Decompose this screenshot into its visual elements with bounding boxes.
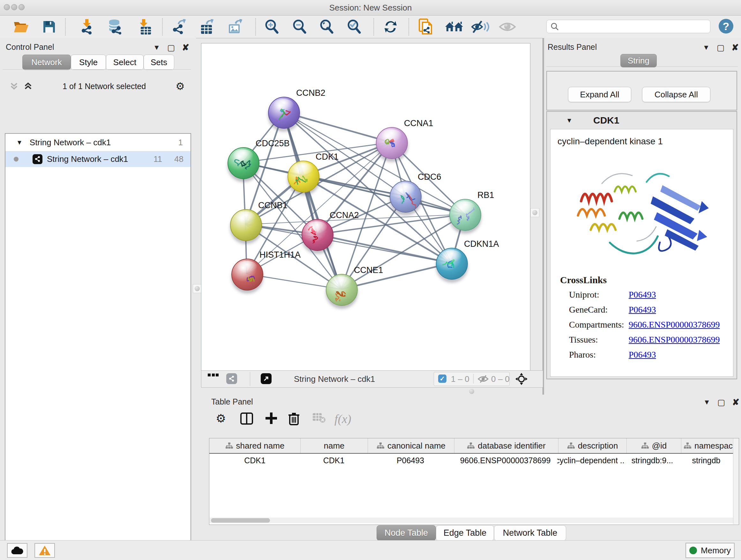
- right-splitter-handle[interactable]: [530, 208, 539, 217]
- crosslink-link[interactable]: 9606.ENSP00000378699: [629, 320, 720, 330]
- tab-style[interactable]: Style: [71, 55, 106, 70]
- first-neighbors-button[interactable]: [444, 19, 464, 35]
- cloud-status-button[interactable]: [7, 543, 27, 558]
- network-node-cdc25b[interactable]: [227, 147, 259, 179]
- save-session-button[interactable]: [41, 19, 57, 35]
- help-button[interactable]: ?: [719, 19, 733, 34]
- import-network-database-button[interactable]: [107, 19, 123, 35]
- network-node-rb1[interactable]: [449, 199, 481, 231]
- network-node-hist1h1a[interactable]: [231, 259, 263, 291]
- hide-selected-button[interactable]: [471, 19, 490, 35]
- tab-node-table[interactable]: Node Table: [377, 525, 436, 541]
- collection-expander-icon[interactable]: ▼: [16, 139, 23, 146]
- delete-table-icon[interactable]: [312, 412, 326, 423]
- panel-menu-icon[interactable]: ▼: [703, 44, 710, 52]
- table-delete-icon[interactable]: [288, 412, 300, 426]
- network-node-ccna1[interactable]: [376, 127, 408, 159]
- network-node-ccna2[interactable]: [301, 219, 333, 251]
- expand-all-button[interactable]: Expand All: [568, 87, 631, 102]
- card-expander-icon[interactable]: ▼: [566, 117, 572, 124]
- table-cell[interactable]: P06493: [367, 454, 454, 467]
- close-panel-icon[interactable]: ✘: [182, 43, 189, 53]
- network-node-cdkn1a[interactable]: [436, 248, 468, 280]
- panel-menu-icon[interactable]: ▼: [153, 44, 160, 52]
- float-panel-icon[interactable]: ▢: [718, 397, 725, 408]
- zoom-out-button[interactable]: [291, 19, 308, 35]
- zoom-fit-button[interactable]: [319, 19, 335, 35]
- export-table-button[interactable]: [199, 19, 216, 35]
- crosslink-link[interactable]: 9606.ENSP00000378699: [629, 334, 720, 345]
- horizontal-splitter-handle[interactable]: [469, 389, 474, 394]
- warnings-button[interactable]: [35, 543, 55, 558]
- close-panel-icon[interactable]: ✘: [731, 43, 739, 53]
- column-header-3[interactable]: database identifier: [455, 438, 558, 453]
- network-node-ccne1[interactable]: [326, 274, 358, 306]
- column-header-4[interactable]: description: [558, 438, 627, 453]
- crosslink-link[interactable]: P06493: [629, 350, 656, 360]
- network-node-cdc6[interactable]: [390, 181, 421, 212]
- grid-view-icon[interactable]: [208, 374, 219, 379]
- close-panel-icon[interactable]: ✘: [732, 397, 739, 408]
- network-collection-row[interactable]: ▼ String Network – cdk1 1: [5, 134, 191, 150]
- table-columns-icon[interactable]: [240, 412, 253, 425]
- gear-icon[interactable]: ⚙: [176, 80, 185, 92]
- table-header-row[interactable]: shared namenamecanonical namedatabase id…: [209, 438, 733, 454]
- function-builder-icon[interactable]: f(x): [334, 412, 351, 426]
- table-horizontal-scrollbar[interactable]: [210, 517, 733, 523]
- table-cell[interactable]: stringdb:9...: [625, 454, 679, 467]
- export-image-button[interactable]: [227, 19, 244, 35]
- table-cell[interactable]: stringdb: [679, 454, 733, 467]
- expand-all-icon[interactable]: [23, 81, 33, 91]
- scrollbar-thumb[interactable]: [211, 518, 270, 523]
- crosslink-link[interactable]: P06493: [629, 290, 656, 300]
- network-row-selected[interactable]: String Network – cdk1 11 48: [5, 151, 191, 167]
- network-overview-icon[interactable]: [226, 373, 237, 384]
- import-network-file-button[interactable]: [78, 19, 95, 35]
- show-hidden-button[interactable]: [498, 19, 516, 35]
- tab-network-table[interactable]: Network Table: [494, 525, 566, 541]
- table-add-icon[interactable]: [265, 412, 278, 425]
- network-canvas[interactable]: CCNB2CCNA1CDC25BCDK1CDC6RB1CCNB1CCNA2CDK…: [201, 43, 530, 371]
- float-panel-icon[interactable]: ▢: [717, 43, 725, 53]
- network-node-ccnb2[interactable]: [268, 97, 300, 129]
- network-node-cdk1[interactable]: [287, 161, 320, 192]
- float-panel-icon[interactable]: ▢: [167, 43, 175, 53]
- clone-network-button[interactable]: [417, 19, 434, 35]
- tab-network[interactable]: Network: [22, 55, 71, 70]
- zoom-in-button[interactable]: [264, 19, 280, 35]
- search-bar[interactable]: [546, 20, 711, 33]
- refresh-layout-button[interactable]: [382, 19, 399, 35]
- tab-select[interactable]: Select: [106, 55, 144, 70]
- tab-edge-table[interactable]: Edge Table: [436, 525, 494, 541]
- table-vertical-scrollbar[interactable]: [733, 438, 739, 524]
- open-session-button[interactable]: [13, 19, 29, 35]
- column-header-6[interactable]: namespac: [681, 438, 735, 453]
- column-header-2[interactable]: canonical name: [368, 438, 455, 453]
- table-cell[interactable]: 9606.ENSP00000378699: [454, 454, 557, 467]
- zoom-selected-button[interactable]: [346, 19, 362, 35]
- column-header-1[interactable]: name: [300, 438, 368, 453]
- selected-checkbox-icon[interactable]: ✓: [438, 374, 447, 383]
- tab-string[interactable]: String: [620, 54, 657, 67]
- column-header-5[interactable]: @id: [627, 438, 681, 453]
- panel-menu-icon[interactable]: ▼: [703, 398, 711, 407]
- export-network-button[interactable]: [172, 19, 188, 35]
- navigator-crosshair-icon[interactable]: [515, 373, 528, 385]
- table-cell[interactable]: CDK1: [300, 454, 367, 467]
- column-header-0[interactable]: shared name: [209, 438, 300, 453]
- table-gear-icon[interactable]: ⚙: [216, 412, 226, 425]
- network-node-ccnb1[interactable]: [230, 209, 262, 241]
- tab-sets[interactable]: Sets: [144, 55, 174, 70]
- memory-button[interactable]: Memory: [685, 543, 735, 558]
- collapse-all-icon[interactable]: [9, 81, 19, 91]
- table-cell[interactable]: cyclin–dependent ...: [557, 454, 625, 467]
- collapse-all-button[interactable]: Collapse All: [642, 87, 711, 102]
- results-splitter[interactable]: [542, 38, 544, 395]
- detach-view-icon[interactable]: [261, 373, 272, 384]
- table-row[interactable]: CDK1CDK1P064939606.ENSP00000378699cyclin…: [209, 454, 733, 467]
- network-edge[interactable]: [317, 234, 451, 263]
- crosslink-link[interactable]: P06493: [629, 305, 656, 315]
- left-splitter-handle[interactable]: [193, 284, 202, 293]
- table-cell[interactable]: CDK1: [209, 454, 300, 467]
- import-table-button[interactable]: [136, 19, 152, 35]
